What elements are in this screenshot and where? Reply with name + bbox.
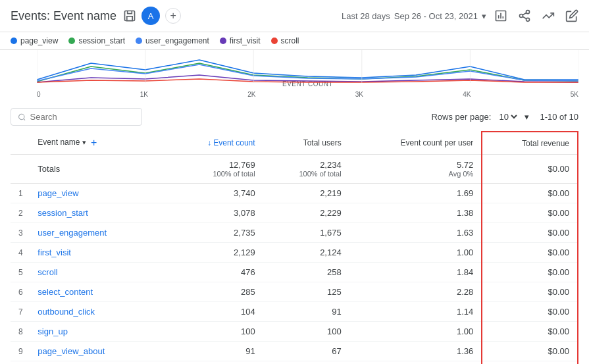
- legend-item-first-visit[interactable]: first_visit: [220, 36, 261, 45]
- legend-item-session-start[interactable]: session_start: [68, 36, 125, 45]
- add-dimension-button[interactable]: +: [91, 137, 97, 148]
- search-icon: [18, 113, 26, 122]
- trend-icon[interactable]: [542, 9, 555, 22]
- row-ec-8: 100: [168, 322, 263, 342]
- svg-line-18: [24, 118, 25, 120]
- row-ecpu-6: 2.28: [349, 282, 482, 302]
- avatar[interactable]: A: [141, 7, 160, 25]
- sort-down-icon: ↓: [207, 138, 211, 147]
- col-header-event-count[interactable]: ↓ Event count: [168, 132, 263, 155]
- share-icon[interactable]: [518, 9, 531, 22]
- row-ecpu-4: 1.00: [349, 243, 482, 263]
- row-event-3[interactable]: user_engagement: [30, 223, 168, 243]
- row-ec-1: 3,740: [168, 184, 263, 203]
- search-box[interactable]: [11, 108, 142, 126]
- table-row: 9 page_view_about 91 67 1.36 $0.00: [11, 342, 578, 361]
- row-ec-3: 2,735: [168, 223, 263, 243]
- legend-dot-user-engagement: [136, 38, 142, 44]
- header-right: Last 28 days Sep 26 - Oct 23, 2021 ▾: [342, 9, 578, 22]
- legend-dot-session-start: [68, 38, 75, 44]
- sort-icon: ▾: [82, 138, 86, 146]
- axis-label-1k: 1K: [140, 91, 148, 98]
- legend-dot-page-view: [11, 38, 17, 44]
- page-title: Events: Event name: [11, 9, 116, 23]
- svg-line-10: [523, 13, 526, 14]
- table-row: 8 sign_up 100 100 1.00 $0.00: [11, 322, 578, 342]
- row-ec-7: 104: [168, 302, 263, 322]
- svg-point-7: [520, 14, 523, 18]
- edit-icon[interactable]: [565, 9, 578, 22]
- row-ecpu-8: 1.00: [349, 322, 482, 342]
- row-ecpu-5: 1.84: [349, 263, 482, 282]
- row-event-4[interactable]: first_visit: [30, 243, 168, 263]
- row-num-3: 3: [11, 223, 30, 243]
- row-rev-6: $0.00: [482, 282, 578, 302]
- row-num-7: 7: [11, 302, 30, 322]
- row-ecpu-7: 1.14: [349, 302, 482, 322]
- chevron-down-icon: ▾: [482, 11, 486, 21]
- add-button[interactable]: +: [165, 8, 181, 24]
- legend-item-scroll[interactable]: scroll: [271, 36, 299, 45]
- row-tu-3: 1,675: [263, 223, 349, 243]
- row-tu-5: 258: [263, 263, 349, 282]
- row-rev-9: $0.00: [482, 342, 578, 361]
- row-rev-2: $0.00: [482, 203, 578, 223]
- legend-item-page-view[interactable]: page_view: [11, 36, 58, 45]
- totals-label: Totals: [30, 155, 168, 184]
- col-header-total-users[interactable]: Total users: [263, 132, 349, 155]
- table-row: 3 user_engagement 2,735 1,675 1.63 $0.00: [11, 223, 578, 243]
- app-header: Events: Event name A + Last 28 days Sep …: [0, 0, 589, 32]
- table-row: 4 first_visit 2,129 2,124 1.00 $0.00: [11, 243, 578, 263]
- rows-per-page-control: Rows per page: 10 25 50 ▾: [431, 111, 529, 122]
- table-row: 5 scroll 476 258 1.84 $0.00: [11, 263, 578, 282]
- row-event-9[interactable]: page_view_about: [30, 342, 168, 361]
- row-rev-3: $0.00: [482, 223, 578, 243]
- row-event-10[interactable]: view_search_results: [30, 361, 168, 365]
- report-icon[interactable]: [494, 9, 507, 22]
- legend-bar: page_view session_start user_engagement …: [0, 32, 589, 50]
- row-event-6[interactable]: select_content: [30, 282, 168, 302]
- svg-point-8: [526, 18, 530, 21]
- search-input[interactable]: [30, 112, 135, 122]
- date-range-label: Last 28 days: [342, 11, 390, 21]
- rows-per-page-select[interactable]: 10 25 50: [496, 111, 519, 122]
- date-range-selector[interactable]: Last 28 days Sep 26 - Oct 23, 2021 ▾: [342, 11, 486, 21]
- row-rev-7: $0.00: [482, 302, 578, 322]
- svg-point-17: [19, 114, 24, 119]
- save-icon[interactable]: [123, 9, 136, 22]
- row-event-8[interactable]: sign_up: [30, 322, 168, 342]
- row-num-6: 6: [11, 282, 30, 302]
- col-header-total-revenue[interactable]: Total revenue: [482, 132, 578, 155]
- table-row: 6 select_content 285 125 2.28 $0.00: [11, 282, 578, 302]
- row-rev-5: $0.00: [482, 263, 578, 282]
- row-tu-9: 67: [263, 342, 349, 361]
- row-tu-1: 2,219: [263, 184, 349, 203]
- row-event-7[interactable]: outbound_click: [30, 302, 168, 322]
- row-rev-10: $0.00: [482, 361, 578, 365]
- axis-label-0: 0: [37, 91, 41, 98]
- row-ecpu-3: 1.63: [349, 223, 482, 243]
- row-tu-2: 2,229: [263, 203, 349, 223]
- axis-label-5k: 5K: [571, 91, 578, 98]
- table-controls: Rows per page: 10 25 50 ▾ 1-10 of 10: [11, 103, 578, 131]
- row-rev-8: $0.00: [482, 322, 578, 342]
- row-event-1[interactable]: page_view: [30, 184, 168, 203]
- axis-label-3k: 3K: [355, 91, 363, 98]
- row-num-4: 4: [11, 243, 30, 263]
- axis-label-2k: 2K: [247, 91, 255, 98]
- legend-label-user-engagement: user_engagement: [145, 36, 209, 45]
- legend-item-user-engagement[interactable]: user_engagement: [136, 36, 209, 45]
- row-tu-6: 125: [263, 282, 349, 302]
- rows-per-page-label: Rows per page:: [431, 112, 491, 122]
- row-event-2[interactable]: session_start: [30, 203, 168, 223]
- legend-dot-first-visit: [220, 38, 226, 44]
- col-header-ecpu[interactable]: Event count per user: [349, 132, 482, 155]
- row-event-5[interactable]: scroll: [30, 263, 168, 282]
- axis-label-4k: 4K: [463, 91, 471, 98]
- row-tu-4: 2,124: [263, 243, 349, 263]
- row-tu-7: 91: [263, 302, 349, 322]
- table-row: 1 page_view 3,740 2,219 1.69 $0.00: [11, 184, 578, 203]
- row-num-9: 9: [11, 342, 30, 361]
- table-row: 10 view_search_results 31 23 1.35 $0.00: [11, 361, 578, 365]
- col-header-event-name[interactable]: Event name ▾ +: [30, 132, 168, 155]
